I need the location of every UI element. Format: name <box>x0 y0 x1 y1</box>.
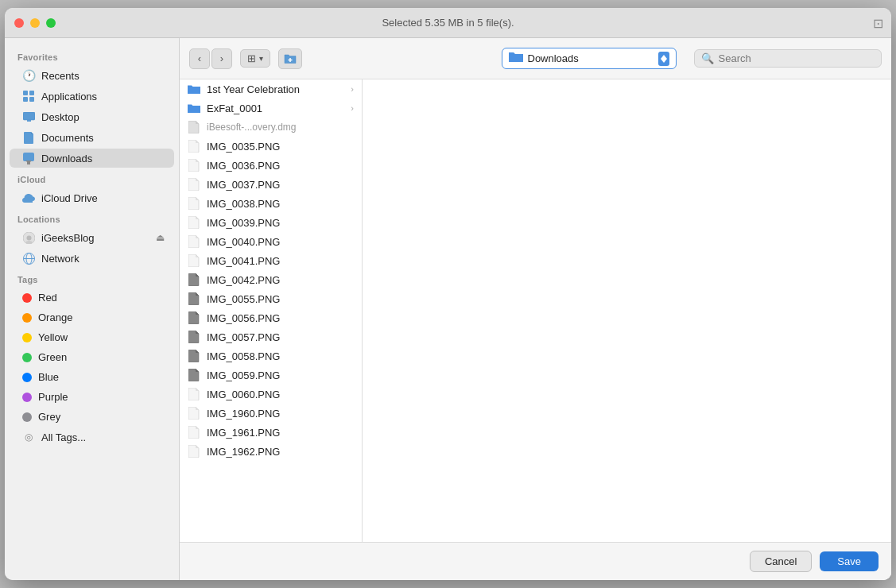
sidebar-item-downloads[interactable]: Downloads <box>10 149 174 168</box>
file-list: 1st Year Celebration › ExFat_0001 › <box>180 79 891 542</box>
image-file-icon <box>188 388 200 400</box>
list-item[interactable]: IMG_0036.PNG <box>180 156 362 175</box>
preview-pane <box>363 79 891 542</box>
list-item[interactable]: IMG_1961.PNG <box>180 423 362 442</box>
sidebar-section-favorites: Favorites <box>5 46 179 65</box>
location-stepper[interactable] <box>658 52 669 66</box>
list-item[interactable]: IMG_0040.PNG <box>180 232 362 251</box>
image-file-icon <box>188 216 200 229</box>
tag-purple-dot <box>22 393 32 402</box>
list-item[interactable]: ExFat_0001 › <box>180 99 362 118</box>
file-name: IMG_0042.PNG <box>207 274 354 286</box>
tag-green-label: Green <box>38 351 67 363</box>
file-column-pane: 1st Year Celebration › ExFat_0001 › <box>180 79 363 542</box>
content-area: Favorites 🕐 Recents Applications <box>5 38 891 580</box>
sidebar-label-icloud-drive: iCloud Drive <box>41 192 98 204</box>
sidebar-item-igeeksblog[interactable]: iGeeksBlog ⏏ <box>10 228 174 247</box>
file-name: IMG_0040.PNG <box>207 236 354 248</box>
eject-icon[interactable]: ⏏ <box>156 232 165 243</box>
svg-rect-5 <box>27 120 31 122</box>
sidebar-label-desktop: Desktop <box>41 111 80 123</box>
svg-rect-7 <box>27 161 30 164</box>
new-folder-button[interactable] <box>278 48 302 69</box>
maximize-button[interactable] <box>46 18 56 28</box>
toolbar: ‹ › ⊞ ▾ <box>180 38 891 79</box>
list-item[interactable]: IMG_0055.PNG <box>180 289 362 308</box>
igeeksblog-icon <box>22 231 35 244</box>
sidebar-item-tag-green[interactable]: Green <box>10 348 174 366</box>
svg-rect-1 <box>29 91 34 95</box>
sidebar-item-tag-yellow[interactable]: Yellow <box>10 328 174 346</box>
tag-blue-dot <box>22 373 32 382</box>
folder-icon <box>188 102 200 114</box>
sidebar-item-desktop[interactable]: Desktop <box>10 107 174 126</box>
applications-icon <box>22 90 35 103</box>
back-button[interactable]: ‹ <box>189 48 210 69</box>
chevron-right-icon: › <box>351 84 354 94</box>
image-file-icon <box>188 197 200 210</box>
sidebar-item-icloud-drive[interactable]: iCloud Drive <box>10 188 174 207</box>
list-item[interactable]: IMG_0056.PNG <box>180 308 362 327</box>
save-button[interactable]: Save <box>820 551 879 571</box>
sidebar-item-tag-red[interactable]: Red <box>10 288 174 307</box>
file-name: iBeesoft-...overy.dmg <box>207 122 354 133</box>
sidebar-item-applications[interactable]: Applications <box>10 87 174 106</box>
desktop-icon <box>22 110 35 123</box>
chevron-right-icon: › <box>351 103 354 113</box>
image-file-icon <box>188 159 200 172</box>
forward-button[interactable]: › <box>211 48 232 69</box>
file-name: IMG_0036.PNG <box>207 160 354 172</box>
list-item[interactable]: IMG_0038.PNG <box>180 194 362 213</box>
location-bar[interactable]: Downloads <box>502 48 677 69</box>
list-item[interactable]: IMG_0058.PNG <box>180 346 362 366</box>
tag-yellow-label: Yellow <box>38 331 68 343</box>
tag-green-dot <box>22 353 32 362</box>
sidebar-item-tag-blue[interactable]: Blue <box>10 368 174 386</box>
dmg-file-icon <box>188 121 200 133</box>
list-item[interactable]: IMG_0039.PNG <box>180 213 362 232</box>
list-item[interactable]: IMG_0060.PNG <box>180 385 362 404</box>
sidebar-label-igeeksblog: iGeeksBlog <box>41 232 94 244</box>
sidebar-item-all-tags[interactable]: ◎ All Tags... <box>10 427 174 447</box>
image-dark-file-icon <box>188 331 200 343</box>
list-item[interactable]: IMG_1962.PNG <box>180 442 362 461</box>
image-dark-file-icon <box>188 350 200 362</box>
sidebar-item-tag-orange[interactable]: Orange <box>10 308 174 327</box>
cancel-button[interactable]: Cancel <box>750 551 812 572</box>
list-item[interactable]: IMG_0035.PNG <box>180 137 362 156</box>
sidebar-item-documents[interactable]: Documents <box>10 128 174 147</box>
list-item[interactable]: IMG_1960.PNG <box>180 404 362 423</box>
file-name: IMG_0058.PNG <box>207 350 354 362</box>
image-file-icon <box>188 178 200 191</box>
list-item[interactable]: IMG_0041.PNG <box>180 251 362 270</box>
list-item[interactable]: IMG_0059.PNG <box>180 366 362 385</box>
documents-icon <box>22 131 35 144</box>
image-file-icon <box>188 407 200 420</box>
file-name: IMG_0035.PNG <box>207 141 354 153</box>
sidebar-item-recents[interactable]: 🕐 Recents <box>10 66 174 85</box>
sidebar-item-network[interactable]: Network <box>10 249 174 268</box>
tag-red-label: Red <box>38 292 57 304</box>
sidebar-item-tag-grey[interactable]: Grey <box>10 408 174 426</box>
image-file-icon <box>188 445 200 458</box>
close-button[interactable] <box>14 18 24 28</box>
view-selector[interactable]: ⊞ ▾ <box>240 49 270 68</box>
list-item[interactable]: 1st Year Celebration › <box>180 79 362 99</box>
sidebar-item-tag-purple[interactable]: Purple <box>10 388 174 406</box>
search-bar[interactable]: 🔍 <box>694 49 882 68</box>
list-item[interactable]: IMG_0037.PNG <box>180 175 362 194</box>
folder-icon <box>188 83 200 95</box>
svg-point-10 <box>26 235 31 240</box>
list-item[interactable]: IMG_0042.PNG <box>180 270 362 289</box>
tag-grey-dot <box>22 412 32 422</box>
svg-rect-2 <box>23 97 28 102</box>
svg-rect-3 <box>29 97 34 102</box>
minimize-button[interactable] <box>30 18 40 28</box>
file-name: 1st Year Celebration <box>207 83 344 95</box>
list-item[interactable]: IMG_0057.PNG <box>180 327 362 346</box>
file-name: IMG_0041.PNG <box>207 255 354 267</box>
list-item[interactable]: iBeesoft-...overy.dmg <box>180 118 362 137</box>
tag-red-dot <box>22 293 32 303</box>
all-tags-icon: ◎ <box>22 431 35 443</box>
search-input[interactable] <box>719 52 875 64</box>
